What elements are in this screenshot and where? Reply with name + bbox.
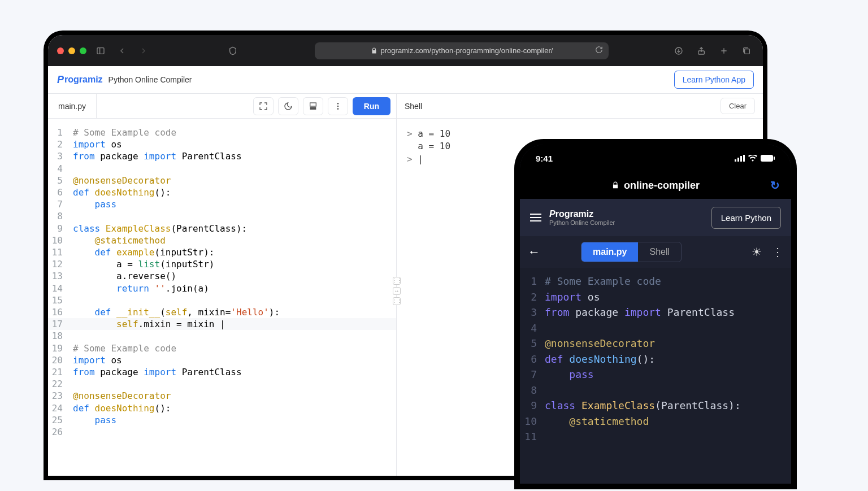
svg-rect-14 [737,158,739,162]
back-icon[interactable]: ← [528,245,540,259]
code-line: 5@nonsenseDecorator [520,336,791,351]
code-line: 8 [48,210,396,222]
sidebar-toggle-icon[interactable] [93,44,108,58]
svg-rect-18 [774,157,775,160]
logo[interactable]: PProgramizrogramiz [57,74,103,86]
learn-python-app-button[interactable]: Learn Python App [674,71,754,89]
code-line: 13 a.reverse() [48,270,396,282]
svg-rect-8 [310,107,316,110]
code-line: 6def doesNothing(): [520,351,791,367]
code-line: 2import os [520,289,791,305]
hamburger-menu-icon[interactable] [530,214,541,221]
phone-url: online-compiler [624,180,700,192]
code-line: 6def doesNothing(): [48,186,396,198]
code-line: 3from package import ParentClass [48,150,396,162]
code-line: 20import os [48,354,396,366]
clear-button[interactable]: Clear [721,98,755,114]
code-line: 10 @staticmethod [48,234,396,246]
layout-icon[interactable] [303,97,323,115]
phone-time: 9:41 [536,154,553,163]
phone-notch [613,145,698,162]
code-line: 1# Some Example code [520,273,791,289]
fullscreen-icon[interactable] [253,97,274,115]
theme-toggle-icon[interactable] [278,97,298,115]
close-window-button[interactable] [57,47,64,54]
code-line: 18 [48,330,396,342]
file-tab-main[interactable]: main.py [48,94,97,118]
code-line: 4 [48,163,396,175]
code-line: 2import os [48,138,396,150]
new-tab-icon[interactable] [717,44,731,58]
code-line: 24def doesNothing(): [48,402,396,414]
code-line: 11 def example(inputStr): [48,246,396,258]
more-options-icon[interactable] [328,97,348,115]
share-icon[interactable] [694,44,709,58]
phone-code-editor[interactable]: 1# Some Example code2import os3from pack… [520,268,791,450]
phone-toolbar: ← main.py Shell ☀ ⋮ [520,236,791,268]
phone-tab-shell[interactable]: Shell [638,242,681,262]
svg-rect-16 [743,155,745,162]
svg-point-12 [337,108,338,110]
code-line: 1# Some Example code [48,127,396,138]
code-line: 17 self.mixin = mixin | [48,318,396,330]
site-title: Python Online Compiler [108,75,192,84]
lock-icon [611,181,619,189]
maximize-window-button[interactable] [80,47,86,54]
code-line: 4 [520,320,791,336]
code-line: 15 [48,294,396,306]
more-options-icon[interactable]: ⋮ [772,245,783,259]
svg-rect-9 [310,103,316,106]
shell-tab-label: Shell [405,102,422,111]
svg-rect-17 [761,155,773,162]
lock-icon [371,47,377,54]
site-header: PProgramizrogramiz Python Online Compile… [48,66,763,94]
tabs-icon[interactable] [739,44,754,58]
code-line: 8 [520,383,791,398]
svg-rect-7 [745,49,750,54]
code-line: 5@nonsenseDecorator [48,175,396,186]
code-line: 16 def __init__(self, mixin='Hello'): [48,306,396,318]
phone-logo[interactable]: Programiz Python Online Compiler [549,209,615,226]
code-line: 9class ExampleClass(ParentClass): [520,398,791,414]
code-line: 23@nonsenseDecorator [48,390,396,402]
url-text: programiz.com/python-programming/online-… [381,46,553,55]
run-button[interactable]: Run [353,97,390,115]
shield-icon[interactable] [225,44,240,58]
wifi-icon [748,154,757,163]
minimize-window-button[interactable] [68,47,75,54]
code-line: 22 [48,378,396,390]
forward-button[interactable] [136,44,151,58]
code-line: 11 [520,429,791,445]
traffic-lights [57,47,86,54]
reload-icon[interactable] [595,46,603,55]
code-line: 10 @staticmethod [520,414,791,429]
signal-icon [735,154,745,163]
theme-toggle-icon[interactable]: ☀ [752,245,762,259]
svg-rect-13 [735,159,736,162]
code-line: 14 return ''.join(a) [48,283,396,294]
code-line: 12 a = list(inputStr) [48,258,396,270]
svg-point-10 [337,103,338,105]
browser-chrome: programiz.com/python-programming/online-… [48,35,763,66]
shell-line: > a = 10 [407,128,753,140]
code-line: 3from package import ParentClass [520,305,791,320]
learn-python-button[interactable]: Learn Python [711,207,781,229]
phone-address-bar[interactable]: online-compiler ↻ [520,172,791,199]
reload-icon[interactable]: ↻ [770,179,780,192]
split-handle[interactable]: ⋮⋮ ↔ ⋮⋮ [393,277,401,305]
back-button[interactable] [115,44,129,58]
code-line: 19# Some Example code [48,342,396,354]
download-icon[interactable] [671,44,686,58]
code-line: 9class ExampleClass(ParentClass): [48,223,396,234]
toolbar: main.py Run Shell Clear [48,94,763,119]
code-line: 26 [48,426,396,438]
svg-point-11 [337,105,338,107]
code-line: 25 pass [48,414,396,426]
battery-icon [761,154,775,163]
phone-site-header: Programiz Python Online Compiler Learn P… [520,199,791,236]
code-line: 21from package import ParentClass [48,366,396,378]
address-bar[interactable]: programiz.com/python-programming/online-… [315,42,609,59]
svg-rect-15 [740,156,742,162]
phone-tab-main[interactable]: main.py [581,242,638,262]
code-editor[interactable]: 1# Some Example code2import os3from pack… [48,119,397,476]
